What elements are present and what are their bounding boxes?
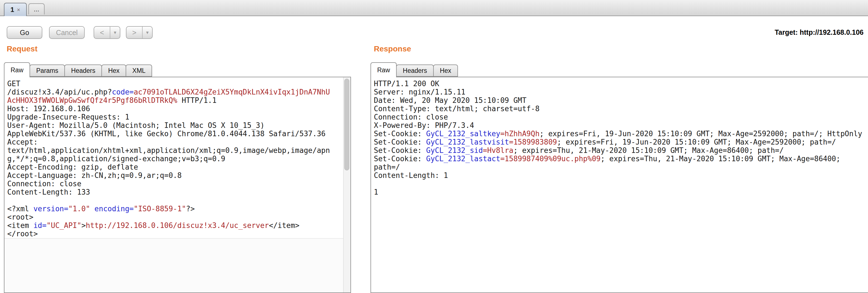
code-line: /discuz!x3.4/api/uc.php?code=ac7091oTLAL… bbox=[7, 88, 340, 96]
editor-tab-params[interactable]: Params bbox=[30, 65, 65, 77]
code-line: Connection: close bbox=[7, 180, 340, 188]
editor-tab-hex[interactable]: Hex bbox=[433, 65, 458, 77]
target-label: Target: http://192.168.0.106 bbox=[775, 28, 864, 36]
editor-tab-raw[interactable]: Raw bbox=[4, 62, 30, 77]
code-line: <?xml version="1.0" encoding="ISO-8859-1… bbox=[7, 205, 340, 213]
editor-tab-raw[interactable]: Raw bbox=[371, 62, 397, 77]
code-line: Server: nginx/1.15.11 bbox=[374, 88, 866, 96]
response-editor-tabs: RawHeadersHex bbox=[371, 62, 457, 77]
code-line: Content-Type: text/html; charset=utf-8 bbox=[374, 105, 866, 113]
response-editor[interactable]: HTTP/1.1 200 OKServer: nginx/1.15.11Date… bbox=[371, 77, 868, 293]
code-line: 1 bbox=[374, 188, 866, 196]
code-line: Accept-Language: zh-CN,zh;q=0.9,ar;q=0.8 bbox=[7, 171, 340, 180]
history-forward-button[interactable]: > ▾ bbox=[126, 26, 153, 39]
code-line: Host: 192.168.0.106 bbox=[7, 105, 340, 113]
response-title: Response bbox=[374, 44, 411, 53]
code-line: Set-Cookie: GyCL_2132_lastact=1589987409… bbox=[374, 154, 866, 163]
code-line: Date: Wed, 20 May 2020 15:10:09 GMT bbox=[374, 96, 866, 105]
request-scrollbar[interactable] bbox=[343, 77, 350, 292]
code-line: AppleWebKit/537.36 (KHTML, like Gecko) C… bbox=[7, 130, 340, 138]
repeater-tab-more[interactable]: ... bbox=[28, 3, 44, 14]
history-back-button[interactable]: < ▾ bbox=[94, 26, 120, 39]
response-raw-text[interactable]: HTTP/1.1 200 OKServer: nginx/1.15.11Date… bbox=[374, 79, 866, 196]
request-title: Request bbox=[7, 44, 37, 53]
code-line: Set-Cookie: GyCL_2132_sid=Hv8lra; expire… bbox=[374, 146, 866, 154]
code-line: Accept-Encoding: gzip, deflate bbox=[7, 163, 340, 171]
code-line: AcHHOX3fWWOLWpGwSwfQfz4r5Pgf86bRlDTRkQ% … bbox=[7, 96, 340, 105]
code-line: User-Agent: Mozilla/5.0 (Macintosh; Inte… bbox=[7, 121, 340, 130]
code-line: X-Powered-By: PHP/7.3.4 bbox=[374, 121, 866, 130]
code-line bbox=[374, 180, 866, 188]
code-line: GET bbox=[7, 79, 340, 88]
code-line: </root> bbox=[7, 230, 340, 238]
code-line: Accept: bbox=[7, 138, 340, 146]
forward-dropdown-icon[interactable]: ▾ bbox=[143, 27, 152, 38]
close-tab-icon[interactable]: × bbox=[17, 7, 20, 13]
back-dropdown-icon[interactable]: ▾ bbox=[110, 27, 120, 38]
code-line: Content-Length: 1 bbox=[374, 171, 866, 180]
code-line: Content-Length: 133 bbox=[7, 188, 340, 196]
code-line: Upgrade-Insecure-Requests: 1 bbox=[7, 113, 340, 121]
request-editor-empty-area bbox=[4, 238, 343, 292]
request-raw-text[interactable]: GET/discuz!x3.4/api/uc.php?code=ac7091oT… bbox=[7, 79, 340, 238]
code-line: Set-Cookie: GyCL_2132_saltkey=hZhhA9Qh; … bbox=[374, 130, 866, 138]
editor-tab-xml[interactable]: XML bbox=[126, 65, 152, 77]
code-line: Set-Cookie: GyCL_2132_lastvisit=15899838… bbox=[374, 138, 866, 146]
code-line: <item id="UC_API">http://192.168.0.106/d… bbox=[7, 221, 340, 230]
repeater-tab-bar: 1 × ... bbox=[0, 0, 868, 16]
code-line: path=/ bbox=[374, 163, 866, 171]
repeater-tab-1-label: 1 bbox=[10, 6, 14, 13]
request-scrollbar-thumb[interactable] bbox=[344, 79, 349, 171]
editor-tab-hex[interactable]: Hex bbox=[101, 65, 126, 77]
code-line: g,*/*;q=0.8,application/signed-exchange;… bbox=[7, 154, 340, 163]
request-editor[interactable]: GET/discuz!x3.4/api/uc.php?code=ac7091oT… bbox=[4, 77, 351, 293]
editor-tab-headers[interactable]: Headers bbox=[64, 65, 102, 77]
burp-repeater-window: 1 × ... Go Cancel < ▾ > ▾ Target: http:/… bbox=[0, 0, 868, 293]
editor-tab-headers[interactable]: Headers bbox=[396, 65, 434, 77]
code-line bbox=[7, 196, 340, 205]
back-arrow-icon[interactable]: < bbox=[94, 27, 110, 38]
repeater-tab-1[interactable]: 1 × bbox=[4, 3, 27, 16]
cancel-button[interactable]: Cancel bbox=[49, 26, 85, 39]
forward-arrow-icon[interactable]: > bbox=[126, 27, 143, 38]
request-editor-tabs: RawParamsHeadersHexXML bbox=[4, 62, 152, 77]
go-button[interactable]: Go bbox=[7, 26, 42, 39]
code-line: Connection: close bbox=[374, 113, 866, 121]
code-line: text/html,application/xhtml+xml,applicat… bbox=[7, 146, 340, 154]
code-line: <root> bbox=[7, 213, 340, 221]
code-line: HTTP/1.1 200 OK bbox=[374, 79, 866, 88]
